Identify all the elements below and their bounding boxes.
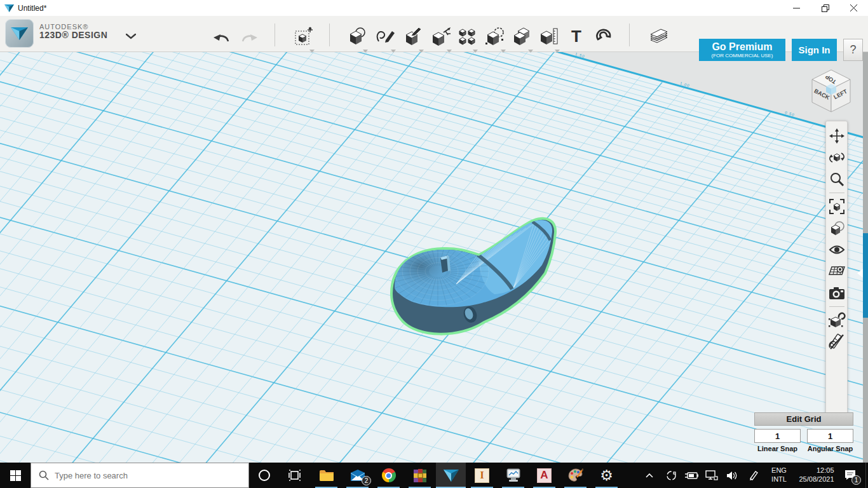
app-inventor[interactable]: I [467, 463, 497, 488]
notification-badge: 1 [851, 475, 861, 485]
app-123d-design-active[interactable] [436, 463, 466, 488]
tray-volume-icon[interactable] [722, 463, 742, 488]
grouping-tool[interactable] [482, 24, 508, 49]
modify-tool[interactable] [428, 24, 454, 49]
app-file-explorer[interactable] [311, 463, 341, 488]
pan-button[interactable] [827, 125, 846, 147]
close-button[interactable] [839, 0, 868, 16]
action-center-button[interactable]: 1 [837, 463, 863, 488]
hide-show-button[interactable] [827, 239, 846, 261]
app-system-monitor[interactable] [498, 463, 528, 488]
language-code: ENG [771, 466, 787, 475]
snap-tool[interactable] [591, 24, 616, 49]
measure-tool[interactable] [536, 24, 562, 49]
app-logo-icon [5, 19, 34, 48]
ruler-off-icon [828, 334, 846, 350]
task-view-icon [288, 470, 301, 481]
tray-clock[interactable]: 12:05 25/08/2021 [794, 463, 839, 488]
redo-button[interactable] [237, 24, 262, 49]
app-autocad[interactable]: A [529, 463, 559, 488]
snap-toggle-button[interactable] [827, 309, 846, 331]
help-label: ? [850, 43, 856, 57]
navigation-panel [825, 121, 848, 419]
material-tool[interactable] [646, 24, 672, 49]
move-cube-icon [293, 25, 315, 47]
tray-overflow-button[interactable] [641, 463, 658, 488]
mail-badge: 2 [362, 476, 371, 485]
inventor-icon: I [475, 468, 489, 483]
main-toolbar: AUTODESK® 123D® DESIGN [0, 16, 868, 52]
start-button[interactable] [0, 463, 31, 488]
search-input[interactable] [55, 471, 226, 480]
shading-icon [829, 220, 845, 236]
grouping-icon [484, 26, 506, 46]
view-cube[interactable]: TOP BACK LEFT [808, 66, 854, 116]
right-panel-thumb[interactable] [863, 233, 868, 318]
construct-icon [402, 26, 424, 46]
restore-button[interactable] [811, 0, 839, 16]
go-premium-button[interactable]: Go Premium (FOR COMMERCIAL USE) [699, 39, 785, 61]
task-view-button[interactable] [280, 463, 310, 488]
app-mail[interactable]: 2 [342, 463, 372, 488]
grid-visibility-button[interactable] [827, 261, 846, 282]
update-circle-icon [666, 470, 677, 481]
zoom-button[interactable] [827, 168, 846, 190]
tray-pen-icon[interactable] [743, 463, 763, 488]
title-bar: Untitled* [0, 0, 868, 16]
sketch-tool[interactable] [372, 24, 398, 49]
help-button[interactable]: ? [843, 39, 863, 61]
edit-grid-button[interactable]: Edit Grid [754, 412, 853, 426]
viewport-3d[interactable]: 1.50 1.00 0.50 [0, 52, 868, 463]
fit-button[interactable] [827, 196, 846, 217]
primitives-icon [346, 26, 368, 46]
network-icon [705, 470, 718, 480]
winrar-icon [413, 468, 427, 482]
orbit-button[interactable] [827, 147, 846, 168]
snapshot-button[interactable] [827, 282, 846, 304]
clock-date: 25/08/2021 [799, 475, 834, 484]
tray-language[interactable]: ENG INTL [764, 463, 794, 488]
linear-snap-label: Linear Snap [754, 445, 801, 452]
panel-divider [829, 193, 844, 193]
angular-snap-input[interactable] [807, 429, 853, 443]
chrome-icon [382, 468, 396, 482]
tray-network-icon[interactable] [702, 463, 722, 488]
toolbar-separator [275, 24, 275, 46]
show-desktop-button[interactable] [865, 463, 868, 488]
linear-snap-input[interactable] [754, 429, 801, 443]
ruler-off-button[interactable] [827, 331, 846, 353]
sign-in-label: Sign In [799, 44, 831, 55]
app-settings[interactable]: ⚙ [592, 463, 621, 488]
cortana-icon [258, 469, 271, 482]
text-tool[interactable]: T [564, 24, 589, 49]
undo-button[interactable] [208, 24, 234, 49]
main-menu-chevron[interactable] [118, 24, 144, 49]
panel-expand-arrow-icon[interactable] [857, 269, 863, 278]
combine-tool[interactable] [510, 24, 535, 49]
tray-update-icon[interactable] [661, 463, 681, 488]
shading-button[interactable] [827, 217, 846, 239]
construct-tool[interactable] [400, 24, 426, 49]
paint-palette-icon [567, 468, 583, 482]
windows-taskbar: 2 I [0, 463, 868, 488]
folder-icon [319, 469, 334, 482]
sign-in-button[interactable]: Sign In [792, 39, 837, 61]
cortana-button[interactable] [249, 463, 280, 488]
pattern-tool[interactable] [454, 24, 480, 49]
battery-plug-icon [684, 471, 698, 480]
material-layers-icon [648, 27, 670, 45]
model-lever-selected[interactable] [381, 210, 572, 356]
combine-icon [512, 26, 533, 46]
app-winrar[interactable] [405, 463, 435, 488]
123d-icon [443, 468, 459, 482]
app-menu-logo[interactable] [5, 19, 34, 48]
transform-arrows-icon [430, 26, 452, 46]
minimize-button[interactable] [782, 0, 811, 16]
app-chrome[interactable] [374, 463, 403, 488]
app-paint[interactable] [560, 463, 590, 488]
primitives-tool[interactable] [344, 24, 370, 49]
tray-battery-icon[interactable] [681, 463, 702, 488]
sketch-spline-icon [374, 26, 396, 46]
transform-move-tool[interactable] [291, 24, 316, 49]
taskbar-search[interactable] [31, 463, 249, 488]
